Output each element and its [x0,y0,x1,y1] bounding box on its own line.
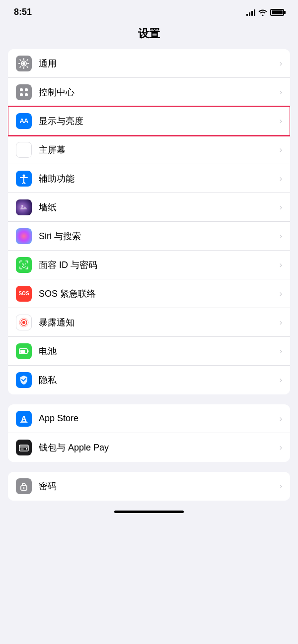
wallpaper-chevron: › [280,203,282,212]
svg-point-6 [23,174,25,177]
accessibility-chevron: › [280,174,282,183]
settings-item-exposure[interactable]: 暴露通知 › [8,308,290,337]
exposure-label: 暴露通知 [39,317,276,328]
svg-text:A: A [21,415,27,423]
battery-label: 电池 [39,345,276,357]
faceid-chevron: › [280,260,282,269]
settings-item-sos[interactable]: SOS SOS 紧急联络 › [8,279,290,308]
settings-item-siri[interactable]: Siri 与搜索 › [8,222,290,251]
settings-item-battery[interactable]: 电池 › [8,337,290,366]
settings-item-homescreen[interactable]: 主屏幕 › [8,135,290,164]
display-icon: AA [16,113,32,129]
settings-item-password[interactable]: 密码 › [8,472,290,501]
settings-group-store: A App Store › 钱包与 Apple Pay › [8,404,290,462]
control-center-chevron: › [280,88,282,97]
general-chevron: › [280,59,282,68]
display-label: 显示与亮度 [39,115,276,127]
general-label: 通用 [39,58,276,69]
status-bar: 8:51 [0,0,298,21]
password-icon [16,478,32,494]
settings-item-wallet[interactable]: 钱包与 Apple Pay › [8,433,290,462]
settings-item-control-center[interactable]: 控制中心 › [8,78,290,107]
svg-point-7 [21,205,23,207]
wifi-icon [258,9,267,16]
control-center-icon [16,84,32,100]
settings-item-privacy[interactable]: 隐私 › [8,366,290,394]
battery-icon [270,9,284,16]
page-title: 设置 [0,21,298,49]
wallet-chevron: › [280,443,282,452]
svg-rect-4 [20,93,23,96]
wallet-icon [16,440,32,455]
password-chevron: › [280,482,282,491]
settings-group-password: 密码 › [8,472,290,501]
general-icon [16,56,32,71]
svg-point-20 [23,487,25,489]
svg-point-10 [22,321,25,324]
battery-chevron: › [280,347,282,356]
sos-label: SOS 紧急联络 [39,288,276,300]
svg-rect-15 [20,350,25,353]
appstore-chevron: › [280,414,282,423]
settings-item-general[interactable]: 通用 › [8,49,290,78]
svg-point-0 [22,62,25,65]
appstore-label: App Store [39,413,276,424]
control-center-label: 控制中心 [39,86,276,98]
appstore-icon: A [16,411,32,427]
svg-rect-2 [20,88,23,91]
status-time: 8:51 [14,7,32,17]
siri-chevron: › [280,232,282,241]
display-chevron: › [280,117,282,126]
home-indicator [114,511,184,513]
accessibility-icon [16,171,32,187]
exposure-chevron: › [280,318,282,327]
svg-rect-18 [26,448,27,450]
siri-icon [16,228,32,244]
svg-point-8 [22,263,23,264]
home-indicator-area [0,501,298,517]
svg-rect-14 [27,350,29,352]
svg-rect-3 [25,88,28,91]
settings-item-display[interactable]: AA 显示与亮度 › [8,107,290,135]
homescreen-label: 主屏幕 [39,144,276,156]
wallpaper-icon [16,199,32,215]
settings-item-appstore[interactable]: A App Store › [8,404,290,433]
svg-point-9 [25,263,26,264]
battery-settings-icon [16,343,32,359]
exposure-icon [16,315,32,330]
siri-label: Siri 与搜索 [39,230,276,242]
privacy-icon [16,372,32,388]
settings-group-main: 通用 › 控制中心 › AA 显示与亮度 › [8,49,290,394]
privacy-label: 隐私 [39,374,276,386]
faceid-icon [16,257,32,273]
settings-item-faceid[interactable]: 面容 ID 与密码 › [8,251,290,279]
privacy-chevron: › [280,376,282,385]
settings-item-accessibility[interactable]: 辅助功能 › [8,164,290,193]
sos-chevron: › [280,289,282,298]
settings-item-wallpaper[interactable]: 墙纸 › [8,193,290,222]
signal-icon [246,9,255,16]
status-icons [246,9,284,16]
faceid-label: 面容 ID 与密码 [39,259,276,271]
svg-rect-5 [25,93,28,96]
sos-icon: SOS [16,286,32,302]
wallet-label: 钱包与 Apple Pay [39,442,276,453]
accessibility-label: 辅助功能 [39,173,276,185]
homescreen-chevron: › [280,145,282,154]
wallpaper-label: 墙纸 [39,201,276,213]
password-label: 密码 [39,480,276,492]
homescreen-icon [16,142,32,158]
